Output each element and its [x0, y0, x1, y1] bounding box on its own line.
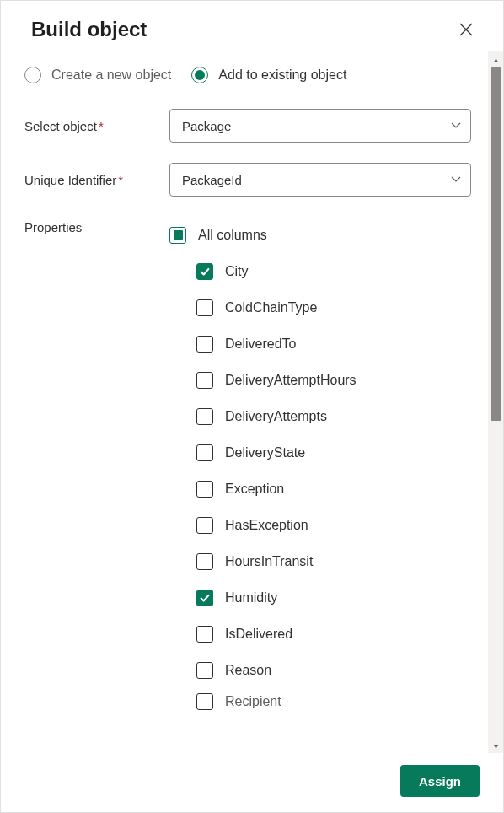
checkbox-unchecked-icon — [196, 372, 213, 389]
radio-icon — [24, 67, 41, 83]
check-item-column[interactable]: Recipient — [169, 688, 475, 715]
check-item-column[interactable]: DeliveryAttemptHours — [169, 362, 475, 398]
checkbox-unchecked-icon — [196, 693, 213, 710]
check-all-columns[interactable]: All columns — [169, 217, 475, 253]
radio-add-existing[interactable]: Add to existing object — [191, 67, 346, 83]
checkbox-unchecked-icon — [196, 517, 213, 534]
chevron-down-icon — [450, 119, 462, 133]
check-item-column[interactable]: Exception — [169, 471, 475, 507]
checkbox-label: DeliveryState — [225, 445, 305, 460]
checkbox-indeterminate-icon — [169, 227, 186, 244]
checkbox-label: All columns — [198, 228, 267, 243]
required-asterisk: * — [118, 173, 123, 187]
checkbox-label: City — [225, 264, 249, 279]
panel-header: Build object — [1, 1, 503, 51]
checkbox-unchecked-icon — [196, 662, 213, 679]
check-item-column[interactable]: DeliveredTo — [169, 326, 475, 362]
radio-label: Add to existing object — [218, 67, 346, 83]
checkbox-label: Exception — [225, 482, 284, 497]
check-item-column[interactable]: DeliveryState — [169, 434, 475, 471]
checkbox-label: Reason — [225, 663, 271, 678]
scroll-thumb[interactable] — [491, 67, 501, 421]
check-item-column[interactable]: HasException — [169, 507, 475, 543]
select-value: PackageId — [182, 173, 242, 187]
scroll-content: Create a new object Add to existing obje… — [1, 51, 488, 753]
radio-label: Create a new object — [51, 67, 171, 83]
chevron-down-icon — [450, 173, 462, 187]
radio-icon — [191, 67, 208, 83]
build-object-panel: Build object Create a new object Add to … — [0, 0, 504, 813]
select-value: Package — [182, 119, 231, 133]
vertical-scrollbar[interactable]: ▴ ▾ — [488, 51, 503, 753]
properties-list: All columns CityColdChainTypeDeliveredTo… — [169, 217, 475, 715]
check-item-column[interactable]: DeliveryAttempts — [169, 398, 475, 434]
checkbox-checked-icon — [196, 263, 213, 280]
checkbox-unchecked-icon — [196, 626, 213, 643]
scroll-up-arrow[interactable]: ▴ — [488, 51, 503, 67]
check-item-column[interactable]: IsDelivered — [169, 616, 475, 652]
checkbox-label: DeliveredTo — [225, 337, 296, 352]
checkbox-unchecked-icon — [196, 481, 213, 498]
checkbox-checked-icon — [196, 590, 213, 606]
checkbox-unchecked-icon — [196, 336, 213, 353]
checkbox-label: DeliveryAttempts — [225, 409, 327, 424]
row-properties: Properties All columns CityColdChainType… — [24, 217, 475, 715]
checkbox-label: ColdChainType — [225, 300, 317, 315]
label-select-object: Select object* — [24, 119, 169, 133]
required-asterisk: * — [99, 119, 104, 133]
row-unique-identifier: Unique Identifier* PackageId — [24, 163, 475, 197]
checkbox-label: HoursInTransit — [225, 554, 313, 569]
check-item-column[interactable]: HoursInTransit — [169, 543, 475, 579]
checkbox-label: IsDelivered — [225, 627, 292, 642]
unique-identifier-dropdown[interactable]: PackageId — [169, 163, 471, 197]
row-select-object: Select object* Package — [24, 109, 475, 143]
checkbox-unchecked-icon — [196, 444, 213, 461]
check-item-column[interactable]: ColdChainType — [169, 289, 475, 326]
checkbox-label: Humidity — [225, 590, 277, 606]
check-item-column[interactable]: City — [169, 253, 475, 289]
checkbox-label: DeliveryAttemptHours — [225, 373, 357, 388]
select-object-dropdown[interactable]: Package — [169, 109, 471, 143]
radio-create-new[interactable]: Create a new object — [24, 67, 171, 83]
scroll-track[interactable] — [488, 67, 503, 738]
label-unique-identifier: Unique Identifier* — [24, 173, 169, 187]
panel-footer: Assign — [1, 753, 503, 812]
assign-button[interactable]: Assign — [400, 765, 480, 797]
check-item-column[interactable]: Reason — [169, 652, 475, 688]
label-properties: Properties — [24, 217, 169, 234]
panel-title: Build object — [31, 18, 147, 41]
scroll-down-arrow[interactable]: ▾ — [488, 738, 503, 753]
check-item-column[interactable]: Humidity — [169, 579, 475, 616]
checkbox-label: HasException — [225, 518, 308, 533]
checkbox-unchecked-icon — [196, 553, 213, 570]
close-button[interactable] — [453, 16, 480, 43]
close-icon — [459, 23, 473, 36]
checkbox-unchecked-icon — [196, 408, 213, 425]
checkbox-unchecked-icon — [196, 299, 213, 316]
panel-body: Create a new object Add to existing obje… — [1, 51, 503, 753]
mode-selector: Create a new object Add to existing obje… — [24, 51, 475, 109]
checkbox-label: Recipient — [225, 694, 281, 709]
